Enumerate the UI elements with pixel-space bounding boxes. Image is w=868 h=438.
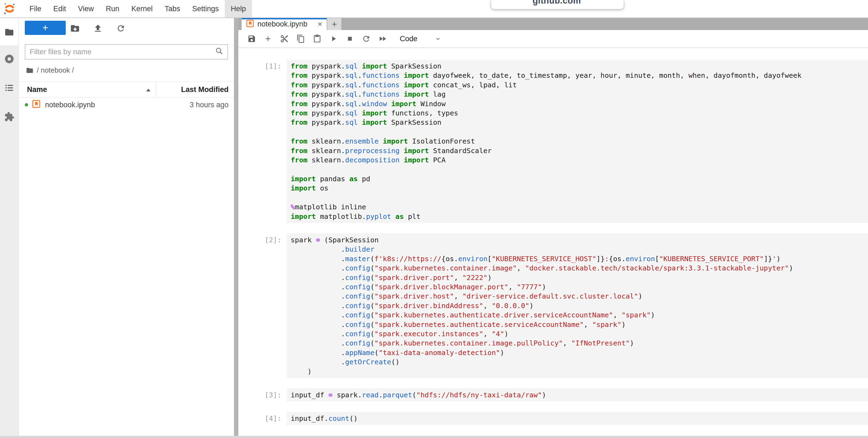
file-row-notebook[interactable]: notebook.ipynb 3 hours ago (19, 97, 234, 112)
cell-type-dropdown[interactable]: Code (400, 35, 417, 43)
breadcrumb-path: / notebook / (37, 66, 74, 75)
column-header-last-modified[interactable]: Last Modified (156, 82, 234, 97)
cell-input-prompt: [1]: (238, 59, 286, 223)
sidebar-icon-strip (0, 18, 19, 438)
menu-item-file[interactable]: File (24, 0, 48, 18)
code-cell-1: [1]: from pyspark.sql import SparkSessio… (238, 59, 868, 223)
new-folder-icon[interactable] (68, 22, 82, 35)
cell-code-editor[interactable]: spark = (SparkSession .builder .master(f… (286, 233, 868, 378)
cell-code-editor[interactable]: input_df.count() (286, 412, 868, 425)
code-cell-4: [4]: input_df.count() (238, 412, 868, 425)
file-browser-toolbar: + (19, 18, 234, 38)
chevron-down-icon[interactable] (434, 35, 441, 42)
menu-item-settings[interactable]: Settings (186, 0, 225, 18)
cut-icon[interactable] (278, 32, 291, 45)
stop-icon[interactable] (344, 32, 356, 45)
cell-code-editor[interactable]: from pyspark.sql import SparkSessionfrom… (286, 59, 868, 223)
column-header-name[interactable]: Name (19, 85, 156, 94)
main-menu: File Edit View Run Kernel Tabs Settings … (24, 0, 252, 18)
window-bottom-edge (0, 436, 868, 438)
code-cell-2: [2]: spark = (SparkSession .builder .mas… (238, 233, 868, 378)
save-icon[interactable] (245, 32, 258, 45)
code-cell-3: [3]: input_df = spark.read.parquet("hdfs… (238, 388, 868, 402)
notebook-icon (246, 19, 254, 29)
cell-code-editor[interactable]: input_df = spark.read.parquet("hdfs://hd… (286, 388, 868, 402)
running-kernels-icon[interactable] (0, 51, 19, 66)
file-list-header: Name Last Modified (19, 81, 234, 98)
table-of-contents-icon[interactable] (0, 80, 19, 95)
jupyterlab-shell: + / notebook / Name (0, 18, 868, 438)
add-cell-icon[interactable] (262, 32, 274, 45)
menu-item-help[interactable]: Help (225, 0, 252, 18)
browser-popup: github.com (491, 0, 624, 9)
copy-icon[interactable] (294, 32, 307, 45)
jupyter-logo (3, 2, 16, 15)
close-icon[interactable]: × (316, 19, 324, 29)
new-launcher-button[interactable]: + (25, 21, 66, 35)
file-name: notebook.ipynb (45, 101, 95, 109)
folder-icon (26, 66, 34, 74)
tab-bar: notebook.ipynb × + (238, 18, 868, 30)
cell-input-prompt: [4]: (238, 412, 286, 425)
fast-forward-icon[interactable] (376, 32, 389, 45)
file-filter-box (25, 44, 228, 59)
kernel-running-dot (25, 103, 28, 107)
notebook-content: [1]: from pyspark.sql import SparkSessio… (238, 48, 868, 438)
notebook-panel: notebook.ipynb × + (238, 18, 868, 438)
top-menu-bar: File Edit View Run Kernel Tabs Settings … (0, 0, 868, 18)
notebook-toolbar: Code (238, 30, 868, 48)
search-icon (215, 47, 224, 57)
notebook-file-icon (32, 99, 41, 110)
cell-input-prompt: [2]: (238, 233, 286, 378)
menu-item-edit[interactable]: Edit (48, 0, 72, 18)
menu-item-view[interactable]: View (72, 0, 100, 18)
add-tab-icon: + (332, 19, 337, 29)
paste-icon[interactable] (311, 32, 323, 45)
sort-ascending-icon (146, 85, 151, 94)
popup-site-text: github.com (491, 0, 624, 6)
upload-icon[interactable] (91, 22, 104, 35)
file-last-modified: 3 hours ago (189, 101, 234, 109)
panel-splitter[interactable] (234, 18, 238, 438)
tab-notebook[interactable]: notebook.ipynb × (242, 18, 327, 30)
file-browser-icon[interactable] (0, 25, 19, 40)
cell-input-prompt: [3]: (238, 388, 286, 402)
breadcrumb[interactable]: / notebook / (26, 66, 74, 75)
run-icon[interactable] (327, 32, 340, 45)
refresh-icon[interactable] (114, 22, 127, 35)
tab-title: notebook.ipynb (257, 20, 316, 28)
file-browser-panel: + / notebook / Name (19, 18, 234, 438)
new-launcher-plus-icon: + (42, 22, 48, 34)
extensions-icon[interactable] (0, 109, 19, 124)
add-tab-button[interactable]: + (327, 18, 341, 30)
menu-item-kernel[interactable]: Kernel (125, 0, 159, 18)
menu-item-run[interactable]: Run (100, 0, 125, 18)
menu-item-tabs[interactable]: Tabs (159, 0, 186, 18)
restart-icon[interactable] (360, 32, 373, 45)
file-filter-input[interactable] (25, 48, 215, 57)
